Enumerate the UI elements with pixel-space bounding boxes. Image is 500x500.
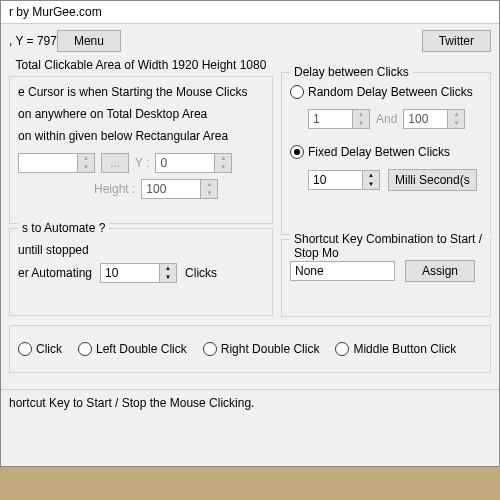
- x-spinner[interactable]: ▲▼: [18, 153, 95, 173]
- up-icon: ▲: [201, 180, 217, 189]
- down-icon: ▼: [201, 189, 217, 198]
- click-type-middle[interactable]: Middle Button Click: [335, 342, 456, 356]
- click-type-single[interactable]: Click: [18, 342, 62, 356]
- coord-display: , Y = 797: [9, 34, 57, 48]
- app-window: r by MurGee.com , Y = 797 Menu Twitter T…: [0, 0, 500, 467]
- and-label: And: [376, 112, 397, 126]
- assign-button[interactable]: Assign: [405, 260, 475, 282]
- up-icon: ▲: [160, 264, 176, 273]
- y-spinner[interactable]: ▲▼: [155, 153, 232, 173]
- ellipsis-button[interactable]: ...: [101, 153, 129, 173]
- cursor-anywhere-option[interactable]: on anywhere on Total Desktop Area: [18, 107, 264, 121]
- automate-after-option[interactable]: er Automating: [18, 266, 92, 280]
- down-icon: ▼: [160, 273, 176, 282]
- shortcut-input[interactable]: [290, 261, 395, 281]
- clicks-label: Clicks: [185, 266, 217, 280]
- click-type-left-double[interactable]: Left Double Click: [78, 342, 187, 356]
- fixed-delay-radio[interactable]: Fixed Delay Betwen Clicks: [290, 145, 450, 159]
- status-bar: hortcut Key to Start / Stop the Mouse Cl…: [1, 389, 499, 416]
- title-bar[interactable]: r by MurGee.com: [1, 1, 499, 24]
- delay-header: Delay between Clicks: [290, 65, 413, 79]
- up-icon: ▲: [215, 154, 231, 163]
- height-label: Height :: [94, 182, 135, 196]
- cursor-rect-option[interactable]: on within given below Rectangular Area: [18, 129, 264, 143]
- automate-until-option[interactable]: untill stopped: [18, 243, 264, 257]
- automate-count-spinner[interactable]: ▲▼: [100, 263, 177, 283]
- down-icon: ▼: [78, 163, 94, 172]
- up-icon: ▲: [78, 154, 94, 163]
- fixed-delay-spinner[interactable]: ▲▼: [308, 170, 380, 190]
- automate-header: s to Automate ?: [18, 221, 109, 235]
- unit-button[interactable]: Milli Second(s: [388, 169, 477, 191]
- cursor-header: e Cursor is when Starting the Mouse Clic…: [18, 85, 264, 99]
- down-icon: ▼: [215, 163, 231, 172]
- clickable-area-label: Total Clickable Area of Width 1920 Heigh…: [9, 58, 273, 72]
- y-label: Y :: [135, 156, 149, 170]
- twitter-button[interactable]: Twitter: [422, 30, 491, 52]
- menu-button[interactable]: Menu: [57, 30, 121, 52]
- shortcut-header: Shortcut Key Combination to Start / Stop…: [290, 232, 490, 260]
- click-type-right-double[interactable]: Right Double Click: [203, 342, 320, 356]
- height-spinner[interactable]: ▲▼: [141, 179, 218, 199]
- random-delay-radio[interactable]: Random Delay Between Clicks: [290, 85, 473, 99]
